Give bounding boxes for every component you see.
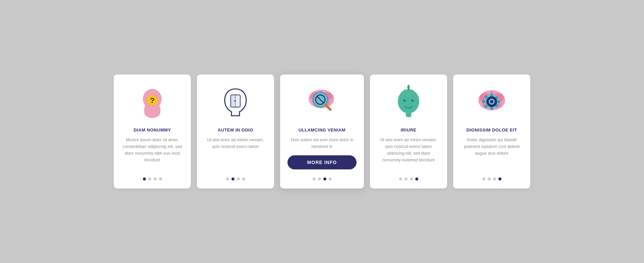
card-5-title: DIGNISSIM DOLOE EIT (466, 127, 517, 133)
dot-3 (154, 177, 157, 180)
svg-rect-22 (406, 112, 411, 117)
svg-point-20 (411, 99, 414, 102)
card-1-icon: ? (134, 85, 171, 121)
more-info-button[interactable]: MORE INFO (287, 155, 357, 169)
card-2: AUTEM IN ODIO Ut wisi enim ad minim veni… (197, 74, 274, 189)
dot-4 (159, 177, 162, 180)
card-4-icon (390, 85, 427, 121)
card-1-text: Morem ipsum dolor sit amet, consectetuer… (121, 137, 183, 171)
dot-4 (329, 177, 332, 180)
card-1: ? DIAM NONUMMY Morem ipsum dolor sit ame… (114, 74, 191, 189)
dot-3 (493, 177, 496, 180)
svg-rect-32 (497, 100, 500, 103)
card-2-icon (217, 85, 254, 121)
card-4-text: Ut wisi enim ad minim veniam, quis nostr… (377, 137, 440, 171)
dot-3 (237, 177, 240, 180)
card-3-text: Duis autem vel eum iriure dolor in hendr… (287, 137, 357, 150)
dot-4 (242, 177, 245, 180)
card-3-icon (304, 85, 340, 121)
card-1-dots (143, 177, 162, 180)
card-5-icon (473, 85, 510, 121)
dot-2 (231, 177, 234, 180)
card-4: IRIURE Ut wisi enim ad minim veniam, qui… (370, 74, 447, 189)
dot-4 (415, 177, 418, 180)
card-2-dots (226, 177, 245, 180)
svg-rect-6 (235, 95, 240, 107)
svg-text:?: ? (150, 96, 154, 105)
card-2-text: Ut wisi enim ad minim veniam, quis nostr… (204, 137, 267, 171)
card-2-title: AUTEM IN ODIO (218, 127, 253, 133)
dot-1 (313, 177, 316, 180)
svg-point-7 (234, 100, 235, 102)
svg-rect-29 (490, 94, 493, 96)
svg-rect-30 (490, 107, 493, 110)
cards-container: ? DIAM NONUMMY Morem ipsum dolor sit ame… (94, 61, 550, 202)
card-4-dots (399, 177, 418, 180)
dot-4 (498, 177, 501, 180)
dot-2 (488, 177, 491, 180)
svg-rect-31 (482, 100, 485, 103)
card-3-title: ULLAMCING VENIAM (299, 127, 345, 133)
dot-2 (318, 177, 321, 180)
card-5: DIGNISSIM DOLOE EIT Kodio dignissim qui … (453, 74, 530, 189)
dot-1 (399, 177, 402, 180)
card-5-text: Kodio dignissim qui blandit praesent lup… (461, 137, 523, 171)
svg-point-19 (403, 99, 406, 102)
card-1-title: DIAM NONUMMY (133, 127, 171, 133)
dot-1 (226, 177, 229, 180)
card-3: ULLAMCING VENIAM Duis autem vel eum iriu… (280, 74, 364, 189)
svg-point-18 (398, 89, 419, 113)
card-4-title: IRIURE (400, 127, 416, 133)
dot-2 (405, 177, 408, 180)
dot-3 (410, 177, 413, 180)
dot-3 (323, 177, 326, 180)
dot-2 (148, 177, 151, 180)
dot-1 (482, 177, 485, 180)
dot-1 (143, 177, 146, 180)
card-3-dots (313, 177, 332, 180)
svg-point-39 (490, 100, 493, 103)
card-5-dots (482, 177, 501, 180)
